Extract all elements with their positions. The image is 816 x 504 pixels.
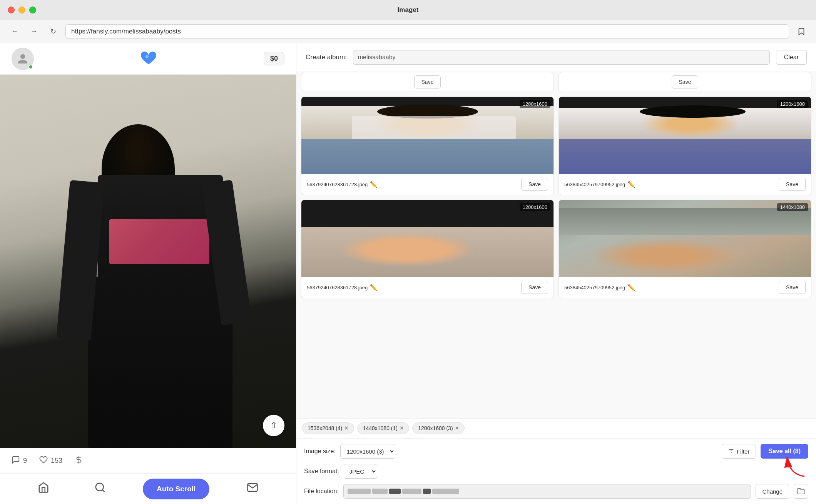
refresh-icon: ↻ [50, 27, 56, 36]
path-seg-6 [432, 489, 459, 494]
save-button-2[interactable]: Save [779, 178, 806, 191]
save-button-top-2[interactable]: Save [672, 75, 699, 88]
edit-filename-icon-2[interactable]: ✏️ [627, 181, 635, 188]
fansly-header: $0 [0, 43, 296, 75]
location-label: File location: [304, 488, 339, 495]
avatar-container [12, 48, 34, 70]
edit-filename-icon-4[interactable]: ✏️ [627, 284, 635, 291]
filter-button[interactable]: Filter [722, 444, 756, 459]
path-segments [348, 489, 459, 494]
image-card-4: 1440x1080 563845402579709952.jpeg ✏️ Sav… [558, 200, 811, 298]
controls-row-2: Save format: JPEG PNG WEBP [304, 464, 808, 479]
image-footer-3: 563792407628361728.jpeg ✏️ Save [301, 277, 553, 298]
like-count: 153 [51, 457, 62, 465]
browser-view: $0 [0, 43, 296, 504]
format-label: Save format: [304, 468, 339, 475]
size-select[interactable]: 1200x1600 (3) 1536x2048 (4) 1440x1080 (1… [340, 444, 395, 459]
post-image-container: ⇧ [0, 75, 296, 448]
filename-2: 563845402579709952.jpeg [564, 182, 625, 187]
mail-nav-item[interactable] [239, 478, 266, 500]
main-content: $0 [0, 43, 816, 504]
like-stat: 153 [39, 456, 62, 466]
forward-button[interactable]: → [27, 25, 41, 38]
filter-chip-1: 1536x2048 (4) × [302, 422, 354, 434]
post-stats: 9 153 [0, 448, 296, 473]
svg-point-2 [95, 483, 103, 491]
open-folder-button[interactable] [794, 484, 808, 499]
image-thumb-4: 1440x1080 [559, 200, 811, 277]
image-thumb-2: 1200x1600 [559, 97, 811, 174]
chip-label-2: 1440x1080 (1) [363, 425, 398, 431]
bookmark-icon[interactable] [794, 25, 808, 38]
resolution-badge-4: 1440x1080 [777, 203, 808, 211]
title-bar: Imaget [0, 0, 816, 20]
home-icon [38, 482, 49, 496]
filename-4: 563845402579709952.jpeg [564, 285, 625, 290]
svg-line-3 [102, 490, 104, 492]
filename-3: 563792407628361728.jpeg [307, 285, 368, 290]
path-seg-2 [372, 489, 388, 494]
image-card-2: 1200x1600 563845402579709952.jpeg ✏️ Sav… [558, 97, 811, 195]
edit-filename-icon-3[interactable]: ✏️ [370, 284, 378, 291]
chip-remove-2[interactable]: × [400, 425, 403, 432]
fansly-logo [139, 50, 158, 68]
size-section: Image size: 1200x1600 (3) 1536x2048 (4) … [304, 444, 395, 459]
minimize-button[interactable] [18, 7, 25, 13]
dollar-icon [75, 456, 83, 466]
maximize-button[interactable] [29, 7, 36, 13]
save-all-button[interactable]: Save all (8) [761, 444, 808, 459]
top-save-card-1: Save [301, 72, 554, 92]
forward-icon: → [30, 27, 37, 35]
path-seg-1 [348, 489, 371, 494]
scroll-up-button[interactable]: ⇧ [263, 415, 284, 436]
filter-chip-3: 1200x1600 (3) × [412, 422, 465, 434]
comment-count: 9 [23, 457, 27, 465]
mail-icon [247, 482, 258, 496]
image-card-1: 1200x1600 563792407628361728.jpeg ✏️ Sav… [301, 97, 554, 195]
save-button-4[interactable]: Save [779, 281, 806, 294]
album-label: Create album: [306, 53, 347, 61]
close-button[interactable] [8, 7, 15, 13]
back-button[interactable]: ← [8, 25, 22, 38]
comment-icon [12, 456, 20, 466]
resolution-badge-3: 1200x1600 [520, 203, 550, 211]
right-controls: Filter Save all (8) [722, 444, 808, 459]
path-seg-5 [423, 489, 431, 494]
size-label: Image size: [304, 448, 336, 455]
auto-scroll-button[interactable]: Auto Scroll [143, 479, 209, 499]
save-button-3[interactable]: Save [521, 281, 548, 294]
change-button[interactable]: Change [756, 484, 789, 499]
chip-remove-3[interactable]: × [455, 425, 459, 432]
controls-row-1: Image size: 1200x1600 (3) 1536x2048 (4) … [304, 444, 808, 459]
resolution-badge-1: 1200x1600 [520, 100, 550, 108]
image-footer-4: 563845402579709952.jpeg ✏️ Save [559, 277, 811, 298]
refresh-button[interactable]: ↻ [46, 25, 60, 38]
search-nav-item[interactable] [87, 478, 114, 500]
filename-row-4: 563845402579709952.jpeg ✏️ [564, 284, 635, 291]
filter-icon [728, 448, 734, 455]
album-header: Create album: Clear [296, 43, 816, 72]
folder-icon [797, 487, 805, 496]
address-bar[interactable] [65, 24, 789, 39]
dollar-stat [75, 456, 83, 466]
bottom-nav: Auto Scroll [0, 473, 296, 504]
search-icon [94, 482, 106, 496]
save-button-top-1[interactable]: Save [414, 75, 441, 88]
traffic-lights [8, 7, 36, 13]
top-save-row: Save Save [296, 72, 816, 92]
image-grid-scroll: 1200x1600 563792407628361728.jpeg ✏️ Sav… [296, 92, 816, 418]
edit-filename-icon-1[interactable]: ✏️ [370, 181, 378, 188]
image-grid: 1200x1600 563792407628361728.jpeg ✏️ Sav… [301, 97, 811, 298]
format-select[interactable]: JPEG PNG WEBP [344, 464, 377, 479]
controls-row-3: File location: Change [304, 484, 808, 499]
browser-toolbar: ← → ↻ [0, 20, 816, 43]
image-footer-1: 563792407628361728.jpeg ✏️ Save [301, 174, 553, 195]
album-name-input[interactable] [353, 50, 770, 65]
clear-button[interactable]: Clear [776, 50, 807, 65]
svg-point-0 [145, 55, 149, 58]
resolution-badge-2: 1200x1600 [777, 100, 808, 108]
heart-icon [39, 456, 48, 466]
chip-remove-1[interactable]: × [344, 425, 348, 432]
save-button-1[interactable]: Save [521, 178, 548, 191]
home-nav-item[interactable] [30, 478, 57, 500]
